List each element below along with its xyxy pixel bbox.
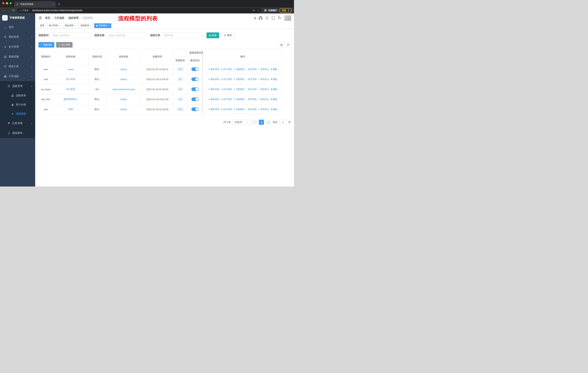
security-indicator[interactable]: ⚠ 不安全 bbox=[19, 9, 31, 12]
action-edit[interactable]: ✎修改流程 bbox=[208, 88, 219, 91]
process-name-link[interactable]: eeee bbox=[68, 68, 73, 71]
action-design[interactable]: ◎设计流程 bbox=[221, 68, 232, 71]
close-window-button[interactable] bbox=[2, 2, 4, 4]
action-publish[interactable]: ☝发布流程 bbox=[246, 98, 257, 101]
sidebar-item-task-management[interactable]: ⚑ 任务管理 ∨ bbox=[0, 118, 35, 128]
breadcrumb-home[interactable]: 首页 bbox=[45, 16, 50, 20]
action-design[interactable]: ◎设计流程 bbox=[221, 98, 232, 101]
search-icon[interactable] bbox=[254, 17, 256, 19]
sidebar-item-workflow[interactable]: ▣ 工作流程 ∧ bbox=[0, 71, 35, 81]
password-key-icon[interactable] bbox=[252, 9, 255, 12]
prev-page-button[interactable]: ‹ bbox=[252, 120, 257, 125]
browser-update-button[interactable]: 更新 ⋮ bbox=[279, 8, 292, 13]
action-design[interactable]: ◎设计流程 bbox=[221, 88, 232, 91]
process-key-input[interactable] bbox=[51, 32, 91, 38]
action-edit[interactable]: ✎修改流程 bbox=[208, 68, 219, 71]
reload-icon[interactable]: ⟳ bbox=[12, 9, 15, 12]
form-link[interactable]: biubiu bbox=[120, 108, 127, 111]
refresh-table-button[interactable]: ⟳ bbox=[286, 42, 291, 47]
action-edit[interactable]: ✎修改流程 bbox=[208, 78, 219, 81]
sidebar-item-user-group[interactable]: ◉ 用户分组 bbox=[0, 100, 35, 109]
process-name-link[interactable]: 滔博 bbox=[68, 108, 73, 111]
action-assign-rules[interactable]: ♙分配规则 bbox=[233, 78, 244, 81]
action-delete[interactable]: ✖删除 bbox=[271, 78, 277, 81]
close-icon[interactable]: × bbox=[59, 24, 60, 27]
action-definition[interactable]: ∞流程定义 bbox=[258, 98, 269, 101]
browser-tab[interactable]: 芋道管理系统 × bbox=[14, 1, 56, 7]
minimize-window-button[interactable] bbox=[6, 2, 8, 4]
sidebar-item-payment[interactable]: ¥ 支付管理 ∨ bbox=[0, 42, 35, 52]
action-assign-rules[interactable]: ♙分配规则 bbox=[233, 108, 244, 111]
address-bar[interactable]: ⚠ 不安全 dashboard.yudao.iocoder.cn/bpm/man… bbox=[17, 8, 261, 13]
action-definition[interactable]: ∞流程定义 bbox=[258, 78, 269, 81]
close-icon[interactable]: × bbox=[90, 24, 91, 27]
sidebar-item-devtools[interactable]: ⚒ 研发工具 ∨ bbox=[0, 61, 35, 71]
github-icon[interactable] bbox=[259, 16, 262, 20]
page-size-select[interactable]: 10条/页 ∨ bbox=[232, 120, 250, 125]
toggle-search-button[interactable] bbox=[279, 42, 284, 47]
action-definition[interactable]: ∞流程定义 bbox=[258, 108, 269, 111]
sidebar-item-process-form[interactable]: ▤ 流程表单 bbox=[0, 91, 35, 100]
close-icon[interactable]: × bbox=[108, 24, 109, 27]
active-toggle[interactable] bbox=[191, 67, 199, 71]
breadcrumb-process-management[interactable]: 流程管理 bbox=[68, 16, 79, 20]
sidebar-item-system[interactable]: ⚙ 系统管理 ∨ bbox=[0, 32, 35, 42]
action-design[interactable]: ◎设计流程 bbox=[221, 78, 232, 81]
action-assign-rules[interactable]: ♙分配规则 bbox=[233, 88, 244, 91]
active-toggle[interactable] bbox=[191, 107, 199, 111]
process-name-link[interactable]: 测试多审批人 bbox=[63, 98, 78, 101]
action-publish[interactable]: ☝发布流程 bbox=[246, 68, 257, 71]
font-size-icon[interactable]: TT bbox=[278, 16, 281, 20]
active-toggle[interactable] bbox=[191, 87, 199, 91]
category-select[interactable]: 流程分类 ∨ bbox=[162, 32, 204, 38]
bookmark-star-icon[interactable]: ☆ bbox=[257, 9, 259, 12]
sidebar-collapse-icon[interactable]: ☰ bbox=[39, 16, 42, 20]
next-page-button[interactable]: › bbox=[266, 120, 271, 125]
tag-home[interactable]: 首页 bbox=[38, 23, 46, 28]
import-process-button[interactable]: ↥ 导入流程 bbox=[56, 42, 73, 48]
sidebar-item-process-model[interactable]: ➤ 流程模型 bbox=[0, 109, 35, 118]
user-avatar[interactable] bbox=[284, 15, 291, 21]
sidebar-item-leave-query[interactable]: ♙ 请假查询 bbox=[0, 128, 35, 138]
action-edit[interactable]: ✎修改流程 bbox=[208, 108, 219, 111]
form-link[interactable]: biubiu bbox=[120, 78, 127, 81]
action-definition[interactable]: ∞流程定义 bbox=[258, 68, 269, 71]
reset-button[interactable]: ⟳ 重置 bbox=[221, 32, 235, 38]
action-delete[interactable]: ✖删除 bbox=[271, 68, 277, 71]
tag-process-model[interactable]: 流程模型 × bbox=[94, 23, 111, 28]
tag-tenant[interactable]: 租户管理 × bbox=[47, 23, 62, 28]
sidebar-item-infrastructure[interactable]: ▤ 基础设施 ∨ bbox=[0, 52, 35, 61]
action-delete[interactable]: ✖删除 bbox=[271, 108, 277, 111]
back-icon[interactable]: ← bbox=[2, 9, 5, 12]
form-link[interactable]: biubiu bbox=[120, 68, 127, 71]
form-link[interactable]: biubiu bbox=[120, 98, 127, 101]
form-link[interactable]: /bpm/oa/leave/create bbox=[113, 88, 135, 91]
process-name-link[interactable]: OA 请假 bbox=[66, 88, 75, 91]
active-toggle[interactable] bbox=[191, 77, 199, 81]
action-publish[interactable]: ☝发布流程 bbox=[246, 108, 257, 111]
zoom-window-button[interactable] bbox=[10, 2, 12, 4]
help-icon[interactable]: ? bbox=[265, 17, 268, 20]
fullscreen-icon[interactable] bbox=[272, 16, 275, 20]
action-definition[interactable]: ∞流程定义 bbox=[258, 88, 269, 91]
action-edit[interactable]: ✎修改流程 bbox=[208, 98, 219, 101]
tab-close-icon[interactable]: × bbox=[52, 3, 54, 6]
action-assign-rules[interactable]: ♙分配规则 bbox=[233, 68, 244, 71]
action-delete[interactable]: ✖删除 bbox=[271, 98, 277, 101]
action-publish[interactable]: ☝发布流程 bbox=[246, 88, 257, 91]
process-name-input[interactable] bbox=[106, 32, 146, 38]
sidebar-item-home[interactable]: ⌂ 首页 bbox=[0, 22, 35, 32]
sidebar-item-process-management[interactable]: ☰ 流程管理 ∧ bbox=[0, 81, 35, 91]
close-icon[interactable]: × bbox=[74, 24, 76, 27]
forward-icon[interactable]: → bbox=[7, 9, 10, 12]
page-number-button[interactable]: 1 bbox=[259, 120, 264, 125]
action-delete[interactable]: ✖删除 bbox=[271, 88, 277, 91]
active-toggle[interactable] bbox=[191, 97, 199, 101]
tag-my-process[interactable]: 我的流程 × bbox=[63, 23, 77, 28]
breadcrumb-workflow[interactable]: 工作流程 bbox=[54, 16, 64, 20]
tag-process-form[interactable]: 流程表单 × bbox=[79, 23, 93, 28]
search-button[interactable]: 搜索 bbox=[207, 32, 219, 38]
action-design[interactable]: ◎设计流程 bbox=[221, 108, 232, 111]
action-publish[interactable]: ☝发布流程 bbox=[246, 78, 257, 81]
browser-menu-icon[interactable]: ⋮ bbox=[287, 9, 290, 12]
